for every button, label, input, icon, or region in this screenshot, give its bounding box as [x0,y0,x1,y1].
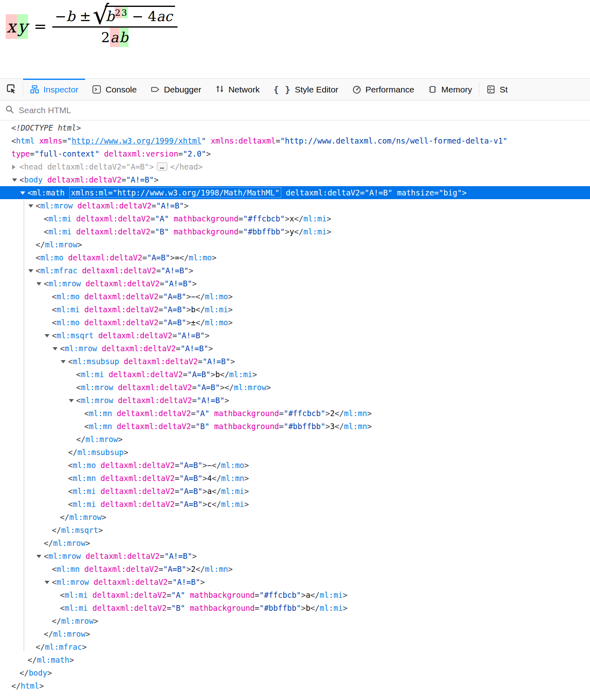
collapse-arrow-icon[interactable] [69,399,74,402]
memory-icon [428,85,437,94]
markup-line[interactable]: </ml:msubsup> [0,446,590,459]
math-token: x [6,14,17,39]
markup-line[interactable]: <ml:mfrac deltaxml:deltaV2="A!=B"> [0,264,590,277]
markup-line[interactable]: <ml:msqrt deltaxml:deltaV2="A!=B"> [0,329,590,342]
markup-line[interactable]: <!DOCTYPE html> [0,121,590,134]
search-icon [5,105,14,116]
tab-storage[interactable]: St [479,79,515,100]
markup-line[interactable]: <ml:mrow deltaxml:deltaV2="A!=B"> [0,199,590,212]
collapse-arrow-icon[interactable] [36,282,41,286]
math-token: 2 [115,7,121,18]
markup-line[interactable]: <ml:mi deltaxml:deltaV2="A=B">b</ml:mi> [0,368,590,381]
markup-line[interactable]: <ml:mrow deltaxml:deltaV2="A!=B"> [0,394,590,407]
markup-line[interactable]: <ml:msubsup deltaxml:deltaV2="A!=B"> [0,355,590,368]
math-token: ± [75,8,91,24]
markup-line[interactable]: <ml:mi deltaxml:deltaV2="A" mathbackgrou… [0,212,590,225]
math-token: ac [156,8,172,24]
pick-element-button[interactable] [0,79,23,100]
collapse-arrow-icon[interactable] [20,191,25,195]
markup-line[interactable]: <ml:mo deltaxml:deltaV2="A=B">=</ml:mo> [0,251,590,264]
markup-line[interactable]: <head deltaxml:deltaV2="A=B">…</head> [0,160,590,173]
markup-line[interactable]: </ml:mrow> [0,511,590,524]
debugger-icon [150,85,160,94]
markup-line[interactable]: <ml:mi deltaxml:deltaV2="A=B">b</ml:mi> [0,303,590,316]
formula-lhs: xy [6,14,28,39]
tab-label: Console [105,85,137,94]
markup-line[interactable]: <ml:mi deltaxml:deltaV2="A=B">a</ml:mi> [0,485,590,498]
tab-memory[interactable]: Memory [421,79,479,100]
markup-line[interactable]: </ml:msqrt> [0,524,590,537]
markup-line[interactable]: type="full-context" deltaxml:version="2.… [0,147,590,160]
collapse-arrow-icon[interactable] [28,204,33,208]
markup-line[interactable]: <html xmlns="http://www.w3.org/1999/xhtm… [0,134,590,147]
tab-network[interactable]: Network [208,79,267,100]
markup-line[interactable]: <ml:mn deltaxml:deltaV2="A=B">2</ml:mn> [0,563,590,575]
tab-performance[interactable]: Performance [345,79,421,100]
markup-line[interactable]: <ml:math xmlns:ml="http://www.w3.org/199… [0,186,590,199]
markup-line[interactable]: </body> [0,666,590,679]
markup-line[interactable]: </ml:mrow> [0,537,590,550]
markup-line[interactable]: <ml:mrow deltaxml:deltaV2="A!=B"> [0,342,590,355]
math-token: y [17,14,28,39]
inspector-icon [30,85,39,94]
markup-line[interactable]: <ml:mi deltaxml:deltaV2="A=B">c</ml:mi> [0,498,590,511]
storage-icon [486,85,496,94]
markup-line[interactable]: <ml:mn deltaxml:deltaV2="A" mathbackgrou… [0,407,590,420]
collapse-arrow-icon[interactable] [53,347,58,350]
markup-line[interactable]: <ml:mn deltaxml:deltaV2="B" mathbackgrou… [0,420,590,433]
markup-line[interactable]: <ml:mo deltaxml:deltaV2="A=B">±</ml:mo> [0,316,590,329]
tab-label: St [500,85,508,94]
tab-debugger[interactable]: Debugger [143,79,208,100]
network-icon [215,85,224,94]
expand-arrow-icon[interactable] [12,165,15,170]
formula-denominator: 2ab [100,29,130,47]
markup-line[interactable]: <ml:mo deltaxml:deltaV2="A=B">−</ml:mo> [0,459,590,472]
inspected-page-viewport: xy = −b ±√b23 − 4ac 2ab [0,0,590,78]
collapse-arrow-icon[interactable] [45,334,49,337]
pick-element-icon [6,84,17,96]
math-token: b [66,8,75,24]
markup-line[interactable]: <ml:mn deltaxml:deltaV2="A=B">4</ml:mn> [0,472,590,485]
markup-line[interactable]: </ml:mfrac> [0,640,590,653]
markup-line[interactable]: </ml:mrow> [0,614,590,627]
math-token: 3 [121,7,128,18]
markup-line[interactable]: <ml:mrow deltaxml:deltaV2="A!=B"> [0,575,590,588]
math-token: b [119,28,129,47]
markup-line[interactable]: </ml:mrow> [0,433,590,446]
markup-line[interactable]: </ml:mrow> [0,238,590,251]
namespace-link[interactable]: http://www.w3.org/1999/xhtml [72,136,201,145]
markup-line[interactable]: </html> [0,679,590,692]
style-editor-icon: { } [274,84,291,94]
tab-label: Performance [366,85,414,94]
markup-line[interactable]: <body deltaxml:deltaV2="A!=B"> [0,173,590,186]
markup-line[interactable]: <ml:mo deltaxml:deltaV2="A=B">−</ml:mo> [0,290,590,303]
markup-line[interactable]: <ml:mrow deltaxml:deltaV2="A=B"></ml:mro… [0,381,590,394]
selected-attribute[interactable]: xmlns:ml="http://www.w3.org/1998/Math/Ma… [69,187,281,198]
tab-label: Memory [441,85,472,94]
indent-guide [24,200,24,651]
tab-label: Network [229,85,260,94]
collapse-arrow-icon[interactable] [28,269,33,273]
tab-style-editor[interactable]: { } Style Editor [267,79,345,100]
tab-inspector[interactable]: Inspector [23,79,85,100]
math-token: − 4 [128,8,157,24]
performance-icon [352,85,361,94]
search-html-input[interactable] [18,105,585,116]
tab-console[interactable]: Console [85,79,143,100]
markup-line[interactable]: </ml:math> [0,653,590,666]
formula-numerator: −b ±√b23 − 4ac [52,6,177,25]
radicand: b23 − 4ac [105,6,175,24]
collapsed-children-badge[interactable]: … [157,162,167,171]
collapse-arrow-icon[interactable] [61,360,66,363]
markup-line[interactable]: <ml:mi deltaxml:deltaV2="A" mathbackgrou… [0,588,590,601]
collapse-arrow-icon[interactable] [12,178,17,182]
console-icon [92,85,101,94]
markup-line[interactable]: <ml:mi deltaxml:deltaV2="B" mathbackgrou… [0,601,590,614]
markup-line[interactable]: </ml:mrow> [0,627,590,640]
tab-label: Inspector [43,85,78,94]
markup-line[interactable]: <ml:mi deltaxml:deltaV2="B" mathbackgrou… [0,225,590,238]
collapse-arrow-icon[interactable] [36,555,41,558]
markup-line[interactable]: <ml:mrow deltaxml:deltaV2="A!=B"> [0,550,590,563]
collapse-arrow-icon[interactable] [45,581,49,584]
markup-line[interactable]: <ml:mrow deltaxml:deltaV2="A!=B"> [0,277,590,290]
